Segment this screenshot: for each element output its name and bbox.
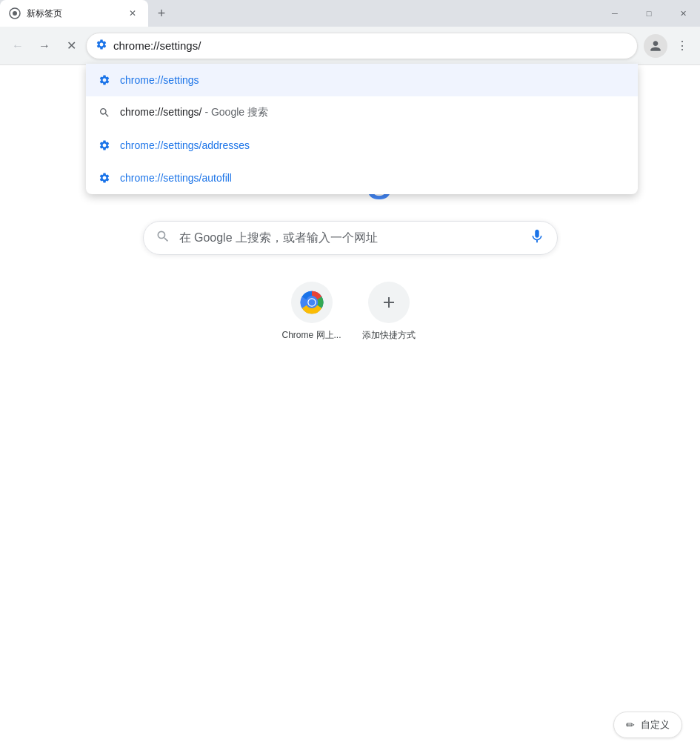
dropdown-item-autofill[interactable]: chrome://settings/autofill	[86, 162, 638, 194]
chrome-shortcut-label: Chrome 网上...	[282, 329, 341, 342]
add-shortcut-icon	[368, 282, 410, 323]
dropdown-search-icon	[98, 106, 111, 119]
new-tab-button[interactable]: +	[151, 3, 172, 24]
menu-button[interactable]: ⋮	[670, 34, 694, 58]
svg-point-1	[13, 11, 17, 16]
add-shortcut-label: 添加快捷方式	[362, 329, 416, 342]
dropdown-text-4: chrome://settings/autofill	[120, 172, 626, 184]
tab-favicon	[9, 7, 21, 19]
omnibox-settings-icon	[96, 39, 107, 53]
titlebar: 新标签页 ✕ + ─ □ ✕	[0, 0, 700, 27]
omnibox-input[interactable]	[113, 39, 628, 52]
omnibox-wrapper: chrome://settings chrome://settings/ - G…	[86, 33, 638, 59]
dropdown-item-addresses[interactable]: chrome://settings/addresses	[86, 129, 638, 162]
active-tab[interactable]: 新标签页 ✕	[0, 0, 148, 27]
pencil-icon: ✏	[626, 719, 635, 731]
dropdown-item-settings[interactable]: chrome://settings	[86, 64, 638, 96]
reload-button[interactable]: ✕	[59, 34, 83, 58]
dropdown-text-3: chrome://settings/addresses	[120, 139, 626, 151]
microphone-icon[interactable]	[529, 228, 545, 248]
customize-button[interactable]: ✏ 自定义	[613, 712, 682, 738]
omnibox[interactable]	[86, 33, 638, 59]
toolbar: ← → ✕ chr	[0, 27, 700, 65]
dropdown-text-2: chrome://settings/ - Google 搜索	[120, 106, 626, 119]
svg-point-5	[308, 299, 315, 306]
search-bar[interactable]: 在 Google 上搜索，或者输入一个网址	[143, 221, 558, 255]
dropdown-item-search[interactable]: chrome://settings/ - Google 搜索	[86, 96, 638, 129]
menu-dots-icon: ⋮	[676, 39, 688, 53]
chrome-shortcut-icon	[291, 282, 333, 323]
close-button[interactable]: ✕	[666, 0, 700, 27]
dropdown-text-1: chrome://settings	[120, 74, 626, 86]
dropdown-settings-icon-3	[98, 171, 111, 185]
shortcuts-section: Chrome 网上... 添加快捷方式	[282, 282, 419, 342]
tab-close-button[interactable]: ✕	[126, 7, 139, 20]
forward-button[interactable]: →	[33, 34, 56, 58]
search-icon	[156, 229, 170, 248]
window-controls: ─ □ ✕	[598, 0, 700, 27]
dropdown-settings-icon-1	[98, 73, 111, 87]
customize-label: 自定义	[641, 718, 670, 732]
minimize-button[interactable]: ─	[598, 0, 632, 27]
restore-button[interactable]: □	[632, 0, 666, 27]
tab-title: 新标签页	[27, 7, 120, 20]
omnibox-dropdown: chrome://settings chrome://settings/ - G…	[86, 64, 638, 194]
profile-button[interactable]	[644, 34, 667, 58]
dropdown-settings-icon-2	[98, 139, 111, 152]
shortcut-chrome[interactable]: Chrome 网上...	[282, 282, 341, 342]
shortcut-add[interactable]: 添加快捷方式	[359, 282, 419, 342]
search-placeholder: 在 Google 上搜索，或者输入一个网址	[179, 231, 520, 246]
back-button[interactable]: ←	[6, 34, 30, 58]
